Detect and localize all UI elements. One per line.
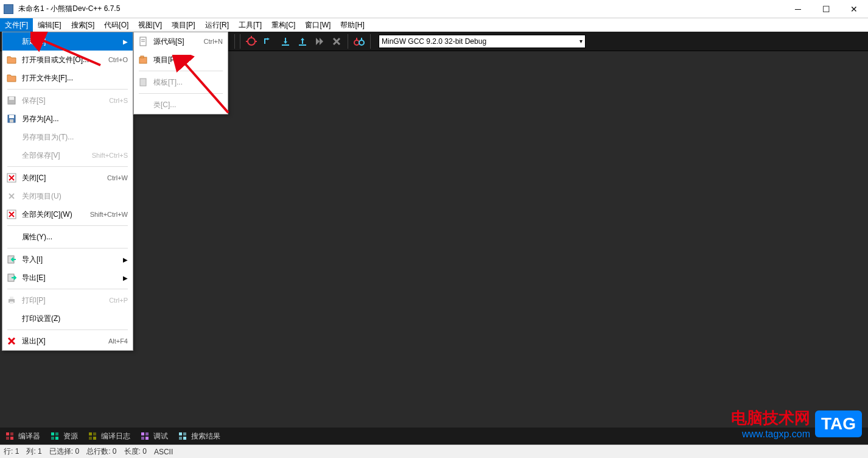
menu-separator xyxy=(7,89,128,90)
menubar-item[interactable]: 搜索[S] xyxy=(66,18,100,32)
close-gray-icon xyxy=(5,189,18,203)
step-out-icon[interactable] xyxy=(295,33,310,49)
menubar-item[interactable]: 窗口[W] xyxy=(300,18,335,32)
tab-icon xyxy=(140,431,150,441)
menu-item-shortcut: Ctrl+P xyxy=(109,297,128,304)
svg-rect-26 xyxy=(141,56,144,58)
menu-item-label: 模板[T]... xyxy=(153,77,223,88)
bottom-tab-label: 编译日志 xyxy=(101,431,130,442)
continue-icon[interactable] xyxy=(312,33,327,49)
status-total: 总行数: 0 xyxy=(86,446,116,457)
menu-item-shortcut: Ctrl+W xyxy=(107,174,128,181)
menu-item[interactable]: 导入[I]▶ xyxy=(2,250,133,269)
svg-rect-13 xyxy=(9,115,14,118)
menu-item[interactable]: 打开文件夹[F]... xyxy=(2,69,133,87)
menu-item-label: 导入[I] xyxy=(22,255,121,265)
menu-item[interactable]: 打开项目或文件[O]...Ctrl+O xyxy=(2,51,133,69)
menubar-item[interactable]: 运行[R] xyxy=(200,18,234,32)
statusbar: 行: 1 列: 1 已选择: 0 总行数: 0 长度: 0 ASCII xyxy=(0,445,868,458)
menubar-item[interactable]: 项目[P] xyxy=(167,18,200,32)
menu-item[interactable]: 导出[E]▶ xyxy=(2,269,133,287)
menu-item-label: 项目[P]... xyxy=(153,55,223,65)
svg-rect-39 xyxy=(93,432,96,435)
chevron-right-icon: ▶ xyxy=(123,38,128,45)
svg-rect-40 xyxy=(89,437,92,440)
menubar-item[interactable]: 代码[O] xyxy=(99,18,133,32)
minimize-button[interactable]: ─ xyxy=(784,0,812,18)
stop-icon[interactable] xyxy=(329,33,345,49)
svg-rect-30 xyxy=(6,432,9,435)
menu-item[interactable]: 另存为[A]... xyxy=(2,110,133,128)
export-icon xyxy=(5,271,18,284)
menu-item: 类[C]... xyxy=(134,96,228,114)
menu-item-label: 退出[X] xyxy=(22,336,108,347)
menu-item-label: 关闭项目(U) xyxy=(22,191,128,202)
menu-item[interactable]: 属性(Y)... xyxy=(2,228,133,246)
step-into-icon[interactable] xyxy=(278,33,293,49)
menu-item-shortcut: Ctrl+S xyxy=(109,97,128,104)
svg-point-7 xyxy=(359,40,364,45)
bottom-tab[interactable]: 调试 xyxy=(140,431,168,442)
bottom-tab[interactable]: 编译日志 xyxy=(88,431,130,442)
save-gray-icon xyxy=(5,94,18,107)
maximize-button[interactable]: ☐ xyxy=(812,0,840,18)
menubar-item[interactable]: 文件[F] xyxy=(0,18,33,32)
toolbar-separator xyxy=(240,34,240,49)
menubar-item[interactable]: 帮助[H] xyxy=(335,18,369,32)
menu-item-label: 全部关闭[C](W) xyxy=(22,210,90,220)
bottom-tab-label: 编译器 xyxy=(18,431,40,442)
status-line: 行: 1 xyxy=(4,446,19,457)
menubar-item[interactable]: 视图[V] xyxy=(133,18,167,32)
menu-item[interactable]: 项目[P]... xyxy=(134,51,228,69)
watermark: 电脑技术网 www.tagxp.com TAG xyxy=(731,407,862,440)
menu-item: 全部保存[V]Shift+Ctrl+S xyxy=(2,146,133,164)
svg-rect-36 xyxy=(51,437,54,440)
svg-rect-31 xyxy=(10,432,13,435)
svg-rect-34 xyxy=(51,432,54,435)
status-col: 列: 1 xyxy=(26,446,41,457)
menu-separator xyxy=(7,225,128,226)
close-button[interactable]: ✕ xyxy=(840,0,868,18)
menubar-item[interactable]: 重构[C] xyxy=(267,18,300,32)
menu-item-label: 源代码[S] xyxy=(153,37,204,47)
svg-rect-33 xyxy=(10,437,13,440)
svg-rect-42 xyxy=(141,432,144,435)
menu-item-label: 类[C]... xyxy=(153,100,223,110)
bottom-tab[interactable]: 编译器 xyxy=(5,431,40,442)
menu-item[interactable]: 退出[X]Alt+F4 xyxy=(2,332,133,350)
menu-item[interactable]: 全部关闭[C](W)Shift+Ctrl+W xyxy=(2,205,133,224)
template-icon xyxy=(136,76,150,89)
svg-rect-20 xyxy=(10,297,13,299)
menubar-item[interactable]: 工具[T] xyxy=(234,18,267,32)
svg-rect-35 xyxy=(55,432,58,435)
menu-item-label: 全部保存[V] xyxy=(22,150,92,161)
chevron-right-icon: ▶ xyxy=(123,275,128,281)
project-icon xyxy=(136,53,150,66)
menu-item-label: 打开项目或文件[O]... xyxy=(22,55,108,65)
menu-item[interactable]: 打印设置(Z) xyxy=(2,309,133,328)
svg-rect-45 xyxy=(145,437,149,440)
menu-item: 关闭项目(U) xyxy=(2,187,133,205)
menu-item: 模板[T]... xyxy=(134,73,228,91)
tab-icon xyxy=(88,431,97,441)
watermark-title: 电脑技术网 xyxy=(731,407,810,429)
bottom-tab-label: 调试 xyxy=(153,431,168,442)
menu-item-shortcut: Shift+Ctrl+W xyxy=(90,211,128,218)
menubar-item[interactable]: 编辑[E] xyxy=(33,18,66,32)
debug-icon[interactable] xyxy=(243,33,259,49)
svg-rect-11 xyxy=(9,97,14,100)
binoculars-icon[interactable] xyxy=(351,33,367,49)
menu-separator xyxy=(139,93,223,94)
compiler-select[interactable]: MinGW GCC 9.2.0 32-bit Debug xyxy=(379,35,586,48)
blank-icon xyxy=(5,149,18,162)
bottom-tab-label: 搜索结果 xyxy=(191,431,220,442)
menu-item[interactable]: 关闭[C]Ctrl+W xyxy=(2,169,133,187)
bottom-tab[interactable]: 搜索结果 xyxy=(178,431,220,442)
step-over-icon[interactable] xyxy=(261,33,276,49)
menu-item[interactable]: 新建[N]▶ xyxy=(2,32,133,51)
menu-separator xyxy=(7,166,128,167)
tab-icon xyxy=(5,431,15,441)
bottom-tab[interactable]: 资源 xyxy=(50,431,78,442)
toolbar-separator xyxy=(234,34,235,49)
menu-item[interactable]: 源代码[S]Ctrl+N xyxy=(134,32,228,51)
